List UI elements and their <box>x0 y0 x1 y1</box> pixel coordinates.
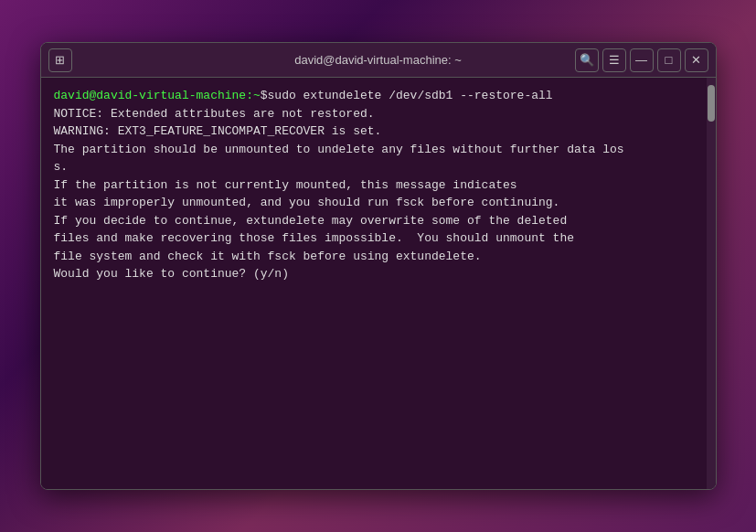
title-bar-right: 🔍 ☰ — □ ✕ <box>575 48 708 72</box>
menu-button[interactable]: ☰ <box>602 48 626 72</box>
prompt-symbol: $ <box>261 87 268 105</box>
pin-icon: ⊞ <box>55 53 65 67</box>
vertical-scrollbar[interactable] <box>707 78 716 489</box>
output-line-7: If you decide to continue, extundelete m… <box>54 212 694 230</box>
output-line-5: If the partition is not currently mounte… <box>54 176 694 195</box>
title-bar: ⊞ david@david-virtual-machine: ~ 🔍 ☰ — □… <box>41 43 716 78</box>
prompt-user: david@david-virtual-machine:~ <box>54 87 261 105</box>
terminal-body[interactable]: david@david-virtual-machine:~ $ sudo ext… <box>41 78 707 489</box>
output-line-4: s. <box>54 158 694 176</box>
scrollbar-thumb[interactable] <box>708 85 715 122</box>
maximize-icon: □ <box>665 53 673 67</box>
output-line-3: The partition should be unmounted to und… <box>54 141 694 159</box>
maximize-button[interactable]: □ <box>657 48 681 72</box>
title-bar-left: ⊞ <box>48 48 76 72</box>
minimize-icon: — <box>635 53 647 67</box>
close-button[interactable]: ✕ <box>685 48 708 72</box>
output-line-1: NOTICE: Extended attributes are not rest… <box>54 105 694 123</box>
pin-button[interactable]: ⊞ <box>48 48 72 72</box>
search-button[interactable]: 🔍 <box>575 48 599 72</box>
minimize-button[interactable]: — <box>630 48 654 72</box>
close-icon: ✕ <box>691 53 701 67</box>
search-icon: 🔍 <box>580 53 594 67</box>
command-line: david@david-virtual-machine:~ $ sudo ext… <box>54 87 694 105</box>
terminal-scroll-area: david@david-virtual-machine:~ $ sudo ext… <box>41 78 716 489</box>
output-line-8: files and make recovering those files im… <box>54 229 694 248</box>
command-text: sudo extundelete /dev/sdb1 --restore-all <box>268 87 553 105</box>
output-line-6: it was improperly unmounted, and you sho… <box>54 194 694 212</box>
terminal-window: ⊞ david@david-virtual-machine: ~ 🔍 ☰ — □… <box>40 42 717 490</box>
output-line-2: WARNING: EXT3_FEATURE_INCOMPAT_RECOVER i… <box>54 122 694 141</box>
output-line-10: Would you like to continue? (y/n) <box>54 265 694 283</box>
hamburger-icon: ☰ <box>609 53 620 67</box>
output-line-9: file system and check it with fsck befor… <box>54 248 694 266</box>
window-title: david@david-virtual-machine: ~ <box>294 53 462 67</box>
